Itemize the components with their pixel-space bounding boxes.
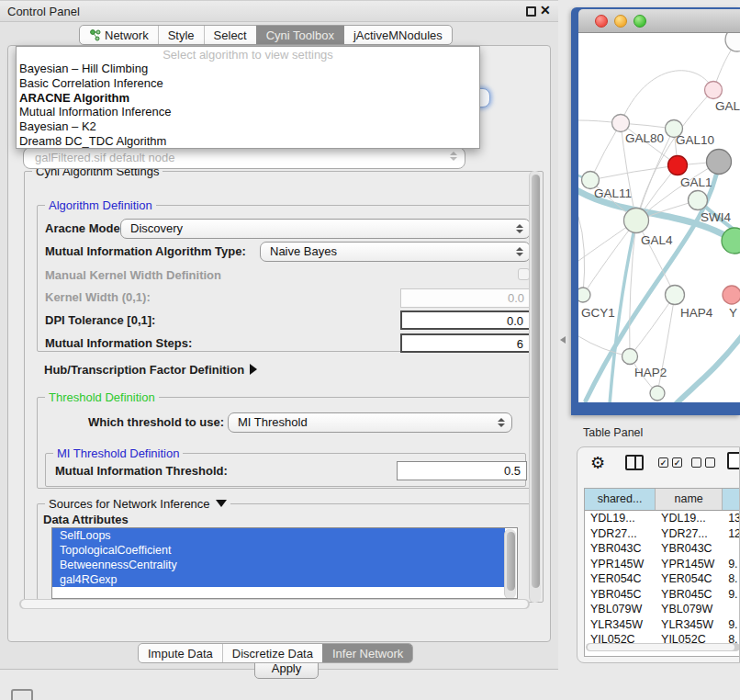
- table-cell: YLR345W: [656, 617, 723, 633]
- stepper-icon[interactable]: [516, 247, 523, 256]
- list-scrollbar[interactable]: [504, 529, 516, 599]
- node-table: shared...name YDL19...YDL19...13YDR27...…: [584, 488, 740, 657]
- algorithm-option-bayesian-k2[interactable]: Bayesian – K2: [17, 119, 479, 134]
- settings-hscrollbar-thumb[interactable]: [21, 600, 528, 608]
- network-node-gal80[interactable]: [612, 115, 630, 132]
- settings-scrollbar[interactable]: [529, 171, 541, 603]
- algorithm-option-basic-correlation-inference[interactable]: Basic Correlation Inference: [17, 76, 479, 91]
- network-node-gal4[interactable]: [624, 209, 649, 233]
- table-row[interactable]: YPR145WYPR145W9.: [585, 557, 740, 572]
- stepper-icon[interactable]: [516, 224, 523, 233]
- gear-icon[interactable]: ⚙: [590, 453, 605, 473]
- document-icon[interactable]: [727, 452, 740, 469]
- table-cell: YDR27...: [585, 526, 656, 542]
- tab-network[interactable]: Network: [80, 26, 158, 44]
- network-node-swi4[interactable]: [689, 191, 708, 210]
- network-node-y[interactable]: [723, 286, 740, 304]
- tab-select[interactable]: Select: [204, 26, 256, 44]
- network-edge[interactable]: [676, 336, 740, 402]
- tab-style[interactable]: Style: [158, 26, 204, 44]
- mi-threshold-field[interactable]: 0.5: [397, 461, 527, 480]
- network-edge[interactable]: [630, 295, 675, 356]
- kernel-width-field[interactable]: 0.0: [400, 288, 531, 308]
- table-row[interactable]: YBR043CYBR043C: [585, 541, 740, 557]
- table-row[interactable]: YDR27...YDR27...12: [585, 526, 740, 542]
- network-edge[interactable]: [621, 71, 713, 123]
- network-node-gal[interactable]: [705, 82, 723, 99]
- aracne-mode-combo[interactable]: Discovery: [120, 219, 531, 239]
- algorithm-option-bayesian-hill-climbing[interactable]: Bayesian – Hill Climbing: [17, 62, 479, 76]
- table-row[interactable]: YLR345WYLR345W9.: [585, 617, 740, 633]
- node-label: HAP4: [680, 306, 713, 320]
- table-cell: 9.: [723, 587, 740, 603]
- kernel-width-label: Kernel Width (0,1):: [45, 290, 151, 304]
- panel-collapse-arrow-icon[interactable]: [560, 336, 566, 344]
- close-traffic-light-icon[interactable]: [595, 15, 608, 28]
- network-node[interactable]: [650, 386, 665, 401]
- table-row[interactable]: YER054CYER054C8.: [585, 571, 740, 587]
- split-columns-icon[interactable]: [625, 455, 644, 470]
- close-icon[interactable]: ✕: [540, 3, 551, 17]
- control-panel-window: Control Panel ✕ NetworkStyleSelectCyni T…: [0, 0, 558, 670]
- algorithm-option-aracne-algorithm[interactable]: ARACNE Algorithm: [17, 91, 479, 106]
- attribute-item-topologicalcoefficient[interactable]: TopologicalCoefficient: [52, 543, 505, 558]
- network-canvas[interactable]: GALGAL80GAL10GAL1GAL11SWI4GAL4GCY1HAP4YH…: [578, 33, 740, 402]
- which-threshold-combo[interactable]: MI Threshold: [228, 412, 512, 433]
- network-node-hap4[interactable]: [666, 286, 685, 305]
- list-scrollbar-thumb[interactable]: [507, 532, 515, 591]
- network-node-gal1[interactable]: [668, 156, 688, 175]
- unchecked-checkbox-icon[interactable]: [705, 457, 715, 468]
- unchecked-checkbox-icon[interactable]: [691, 457, 701, 468]
- algorithm-option-mutual-information-inference[interactable]: Mutual Information Inference: [17, 105, 479, 119]
- table-cell: 9.: [723, 557, 740, 572]
- table-cell: YBR045C: [656, 587, 723, 603]
- table-header-row: shared...name: [585, 489, 740, 511]
- network-node-gcy1[interactable]: [578, 288, 590, 302]
- checked-checkbox-icon[interactable]: ✓: [658, 457, 668, 468]
- table-row[interactable]: YBR045CYBR045C9.: [585, 587, 740, 603]
- checked-checkbox-icon[interactable]: ✓: [672, 457, 682, 468]
- mi-steps-field[interactable]: 6: [400, 333, 531, 353]
- bottom-tab-infer-network[interactable]: Infer Network: [322, 644, 412, 662]
- table-row[interactable]: YBL079WYBL079W: [585, 602, 740, 617]
- zoom-traffic-light-icon[interactable]: [633, 15, 646, 28]
- table-hscrollbar-thumb[interactable]: [588, 644, 734, 650]
- algorithm-option-dream8-dc-tdc-algorithm[interactable]: Dream8 DC_TDC Algorithm: [17, 134, 479, 149]
- stepper-icon[interactable]: [498, 418, 505, 427]
- attribute-item-selfloops[interactable]: SelfLoops: [52, 528, 505, 543]
- network-edge[interactable]: [590, 123, 621, 180]
- bottom-tab-discretize-data[interactable]: Discretize Data: [222, 644, 322, 662]
- settings-scrollbar-thumb[interactable]: [532, 175, 540, 588]
- table-hscrollbar[interactable]: [586, 643, 740, 651]
- network-edge[interactable]: [578, 217, 585, 295]
- float-window-icon[interactable]: [526, 6, 536, 17]
- bottom-tab-impute-data[interactable]: Impute Data: [139, 644, 222, 662]
- network-node-hap2[interactable]: [622, 349, 638, 365]
- data-attributes-list[interactable]: SelfLoopsTopologicalCoefficientBetweenne…: [51, 527, 518, 599]
- column-header-name[interactable]: name: [656, 489, 723, 510]
- settings-hscrollbar[interactable]: [19, 599, 530, 609]
- table-cell: YER054C: [656, 571, 723, 587]
- column-header-col2[interactable]: [723, 489, 740, 510]
- minimize-traffic-light-icon[interactable]: [614, 15, 627, 28]
- sources-title-toggle[interactable]: Sources for Network Inference: [45, 497, 230, 511]
- network-node[interactable]: [707, 150, 732, 175]
- tab-jactivemnodules[interactable]: jActiveMNodules: [343, 26, 452, 44]
- node-label: GAL4: [641, 233, 673, 247]
- network-window-titlebar[interactable]: [578, 9, 740, 33]
- mi-type-combo[interactable]: Naive Bayes: [260, 242, 531, 262]
- tab-cyni-toolbox[interactable]: Cyni Toolbox: [256, 26, 343, 44]
- minimized-panel-icon[interactable]: [11, 689, 33, 700]
- table-row[interactable]: YDL19...YDL19...13: [585, 511, 740, 526]
- mi-threshold-title: MI Threshold Definition: [53, 446, 183, 460]
- background-combo[interactable]: galFiltered.sif default node: [23, 147, 465, 169]
- network-graph[interactable]: GALGAL80GAL10GAL1GAL11SWI4GAL4GCY1HAP4YH…: [578, 33, 740, 402]
- network-edge[interactable]: [590, 165, 678, 180]
- dpi-tolerance-field[interactable]: 0.0: [400, 310, 531, 330]
- attribute-item-betweennesscentrality[interactable]: BetweennessCentrality: [52, 558, 505, 572]
- hub-definition-expander[interactable]: Hub/Transcription Factor Definition: [44, 361, 257, 378]
- column-header-shared[interactable]: shared...: [585, 489, 656, 510]
- network-node[interactable]: [725, 33, 740, 51]
- attribute-item-gal4rgexp[interactable]: gal4RGexp: [52, 572, 505, 587]
- table-cell: YBL079W: [656, 602, 723, 617]
